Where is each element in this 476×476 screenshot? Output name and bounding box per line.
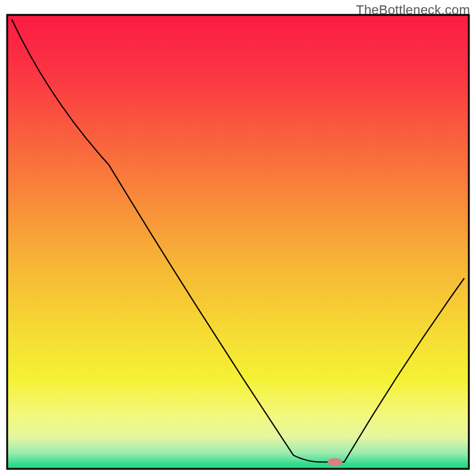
optimum-marker — [328, 458, 343, 466]
gradient-background — [7, 15, 469, 469]
watermark-text: TheBottleneck.com — [356, 2, 470, 18]
chart-stage: TheBottleneck.com — [0, 0, 476, 476]
bottleneck-chart — [0, 0, 476, 476]
